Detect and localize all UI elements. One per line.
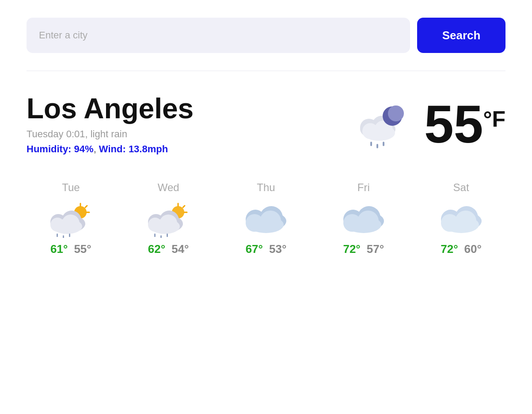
forecast-day-sat: Sat 72° 60° (417, 181, 505, 256)
weather-icon-wed (142, 198, 195, 238)
temp-low-sat: 60° (464, 242, 482, 256)
current-weather-display: 55 °F (353, 98, 505, 151)
svg-rect-22 (63, 235, 64, 238)
svg-rect-21 (57, 233, 58, 237)
svg-point-7 (388, 105, 404, 121)
current-weather-section: Los Angeles Tuesday 0:01, light rain Hum… (27, 93, 505, 155)
temp-high-sat: 72° (441, 242, 458, 256)
svg-rect-9 (376, 144, 378, 148)
svg-line-13 (85, 206, 87, 207)
forecast-day-wed: Wed 62° 54° (124, 181, 213, 256)
svg-rect-10 (383, 142, 384, 146)
forecast-day-tue: Tue (27, 181, 115, 256)
weather-icon-fri (337, 198, 390, 238)
wind-label: Wind: (99, 143, 126, 154)
weather-icon-tue (44, 198, 97, 238)
temp-low-thu: 53° (269, 242, 286, 256)
search-button[interactable]: Search (417, 18, 505, 53)
day-label-fri: Fri (357, 181, 370, 194)
day-label-tue: Tue (62, 181, 80, 194)
temp-row-fri: 72° 57° (343, 242, 384, 256)
temp-low-fri: 57° (367, 242, 384, 256)
day-label-thu: Thu (257, 181, 275, 194)
city-name: Los Angeles (27, 93, 194, 124)
svg-rect-23 (69, 233, 70, 237)
temp-row-wed: 62° 54° (148, 242, 189, 256)
temp-row-sat: 72° 60° (441, 242, 482, 256)
current-weather-icon (353, 98, 411, 151)
wind-value: 13.8mph (129, 143, 168, 154)
svg-point-54 (455, 211, 476, 232)
day-label-sat: Sat (453, 181, 469, 194)
weather-icon-sat (435, 198, 488, 238)
temp-row-tue: 61° 55° (50, 242, 91, 256)
svg-point-20 (62, 215, 80, 232)
temp-high-fri: 72° (343, 242, 360, 256)
city-search-input[interactable] (27, 18, 410, 53)
svg-rect-36 (167, 233, 168, 237)
weather-icon-thu (239, 198, 293, 238)
divider (27, 71, 505, 71)
forecast-day-thu: Thu 67° 53° (222, 181, 311, 256)
svg-rect-35 (160, 235, 162, 238)
svg-rect-34 (154, 233, 156, 237)
temp-high-tue: 61° (50, 242, 68, 256)
current-stats: Humidity: 94%, Wind: 13.8mph (27, 143, 194, 155)
current-temp-display: 55 °F (424, 98, 505, 151)
humidity-value: 94% (74, 143, 94, 154)
temp-low-wed: 54° (171, 242, 189, 256)
temp-row-thu: 67° 53° (246, 242, 287, 256)
temp-high-thu: 67° (246, 242, 263, 256)
current-weather-info: Los Angeles Tuesday 0:01, light rain Hum… (27, 93, 194, 155)
humidity-label: Humidity: (27, 143, 71, 154)
svg-rect-8 (370, 142, 372, 146)
current-temperature: 55 (424, 98, 483, 151)
forecast-day-fri: Fri 72° 57° (319, 181, 408, 256)
svg-point-48 (357, 211, 379, 232)
temp-high-wed: 62° (148, 242, 165, 256)
forecast-section: Tue (27, 181, 505, 256)
temp-low-tue: 55° (74, 242, 91, 256)
svg-point-33 (160, 215, 177, 232)
current-description: Tuesday 0:01, light rain (27, 128, 194, 140)
day-label-wed: Wed (158, 181, 179, 194)
search-row: Search (27, 18, 505, 53)
current-unit: °F (483, 106, 505, 132)
svg-line-26 (183, 206, 185, 207)
svg-point-42 (260, 211, 281, 232)
